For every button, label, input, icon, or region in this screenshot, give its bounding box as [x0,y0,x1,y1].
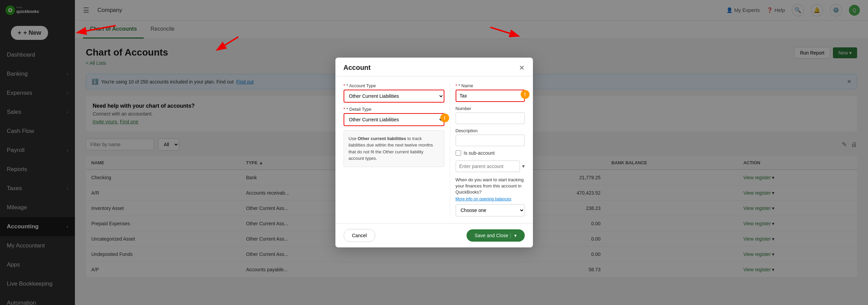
parent-account-row: ▾ [456,161,525,172]
save-caret: ▾ [510,233,517,238]
detail-type-select-wrapper: Other Current Liabilities [344,113,444,126]
number-label: Number [456,106,525,111]
modal-split: * * Account Type Other Current Liabiliti… [344,83,525,217]
modal-right-panel: * * Name ! Number [450,83,525,217]
account-type-label: * * Account Type [344,83,444,88]
name-label: * * Name [456,83,525,88]
name-input[interactable] [456,90,524,101]
parent-account-input[interactable] [456,161,520,172]
required-star: * [344,107,345,112]
sub-account-checkbox[interactable] [456,150,461,156]
warning-badge-detail: ! [440,113,449,122]
choose-one-select[interactable]: Choose one [456,204,525,216]
tracking-question: When do you want to start tracking your … [456,177,525,196]
desc-prefix: Use [349,136,358,141]
desc-bold: Other current liabilities [358,136,406,141]
required-star: * [456,83,457,88]
modal-footer: Cancel Save and Close ▾ [335,223,533,247]
name-input-wrapper [456,90,525,102]
modal-title: Account [344,64,371,72]
description-input[interactable] [456,135,525,146]
cancel-button[interactable]: Cancel [344,229,376,242]
detail-type-label: * * Detail Type [344,107,444,112]
tracking-group: When do you want to start tracking your … [456,177,525,217]
warning-badge-name: ! [521,90,530,99]
name-group: * * Name ! [456,83,525,102]
sub-account-row: Is sub-account [456,150,525,156]
detail-description: Use Other current liabilities to track l… [344,130,444,167]
modal-close-button[interactable]: ✕ [519,64,525,72]
detail-type-group: * * Detail Type Other Current Liabilitie… [344,107,444,126]
modal-left-panel: * * Account Type Other Current Liabiliti… [344,83,450,217]
account-type-select[interactable]: Other Current Liabilities [344,90,444,102]
description-group: Description [456,128,525,146]
save-and-close-button[interactable]: Save and Close ▾ [467,229,525,242]
account-type-select-wrapper: Other Current Liabilities [344,90,444,103]
parent-account-caret: ▾ [522,163,525,169]
modal-overlay[interactable]: Account ✕ * * Account Type [0,0,868,305]
number-group: Number [456,106,525,124]
number-input[interactable] [456,112,525,124]
modal-body: * * Account Type Other Current Liabiliti… [335,76,533,224]
required-star: * [344,83,345,88]
account-modal: Account ✕ * * Account Type [335,58,533,248]
modal-header: Account ✕ [335,58,533,76]
opening-balance-link[interactable]: More info on opening balances [456,197,525,201]
detail-type-select[interactable]: Other Current Liabilities [344,114,444,125]
save-label: Save and Close [475,233,508,238]
description-label: Description [456,128,525,133]
sub-account-label: Is sub-account [464,150,495,156]
account-type-group: * * Account Type Other Current Liabiliti… [344,83,444,103]
